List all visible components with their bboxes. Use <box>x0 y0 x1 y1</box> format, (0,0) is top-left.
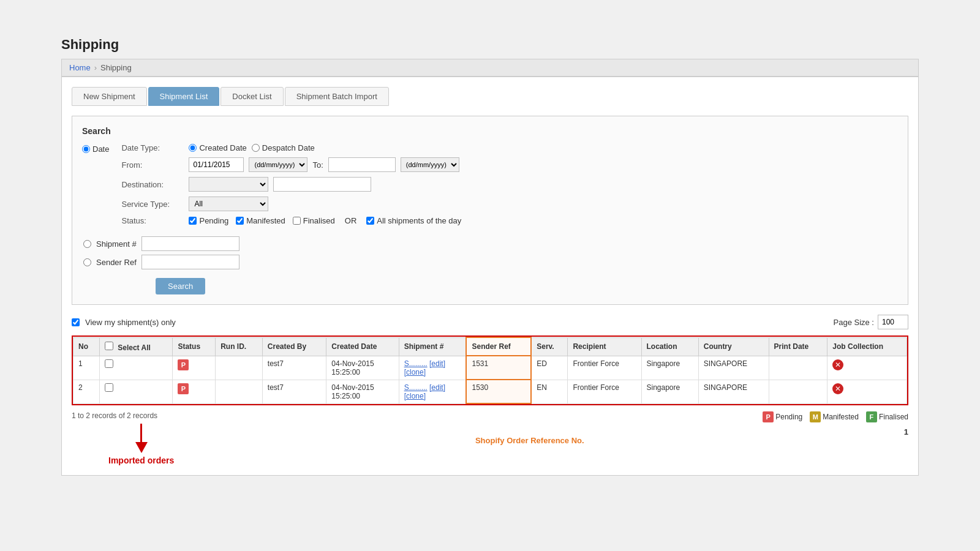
from-date-input[interactable] <box>189 157 244 172</box>
date-radio[interactable] <box>82 145 90 153</box>
col-serv: Serv. <box>531 337 568 356</box>
despatch-date-radio[interactable] <box>252 144 260 152</box>
legend: P Pending M Manifested F Finalised <box>763 411 908 422</box>
cell-checkbox-2[interactable] <box>99 380 172 403</box>
radio-group: Date <box>82 143 109 154</box>
from-label: From: <box>121 160 189 170</box>
page-num: 1 <box>904 427 908 437</box>
view-option-row: View my shipment(s) only Page Size : <box>72 315 908 329</box>
shipment-num-row: Shipment # <box>82 236 898 251</box>
shipment-link-2[interactable]: S......... <box>404 383 428 392</box>
service-type-select[interactable]: All <box>189 197 268 211</box>
status-pending-checkbox[interactable] <box>189 217 197 225</box>
shipment-num-label: Shipment # <box>96 239 137 249</box>
date-radio-label[interactable]: Date <box>82 144 109 154</box>
col-no: No <box>74 337 100 356</box>
sender-ref-label: Sender Ref <box>96 258 137 267</box>
cell-no: 1 <box>74 356 100 380</box>
shipment-table: No Select All Status Run ID. Created By … <box>73 337 907 404</box>
cell-country-2: SINGAPORE <box>698 380 769 403</box>
legend-finalised: F Finalised <box>866 411 908 422</box>
status-all-checkbox[interactable] <box>366 217 374 225</box>
cell-shipment-num: S......... [edit] [clone] <box>399 356 466 380</box>
edit-link-2[interactable]: [edit] <box>429 383 445 392</box>
cell-country-1: SINGAPORE <box>698 356 769 380</box>
arrow-down-icon <box>135 442 148 453</box>
main-panel: New Shipment Shipment List Docket List S… <box>61 77 919 476</box>
edit-link-1[interactable]: [edit] <box>429 359 445 368</box>
breadcrumb-shipping: Shipping <box>100 63 132 72</box>
date-type-label: Date Type: <box>121 143 189 152</box>
cell-sender-ref-1: 1531 <box>466 356 531 380</box>
clone-link-2[interactable]: [clone] <box>404 392 426 400</box>
col-location: Location <box>641 337 698 356</box>
cell-job-collection-1: ✕ <box>827 356 907 380</box>
cell-shipment-num-2: S......... [edit] [clone] <box>399 380 466 403</box>
shipment-num-input[interactable] <box>141 236 239 251</box>
cell-created-by: test7 <box>262 356 326 380</box>
destination-label: Destination: <box>121 180 189 189</box>
status-finalised-checkbox[interactable] <box>293 217 301 225</box>
from-date-format-select[interactable]: (dd/mm/yyyy) <box>249 157 307 172</box>
records-info: 1 to 2 records of 2 records <box>72 411 174 420</box>
status-finalised-label: Finalised <box>303 216 335 225</box>
sender-ref-radio[interactable] <box>83 258 91 266</box>
destination-text-input[interactable] <box>273 177 371 192</box>
cell-sender-ref-2: 1530 <box>466 380 531 403</box>
cell-created-by-2: test7 <box>262 380 326 403</box>
shipment-link-1[interactable]: S......... <box>404 359 428 368</box>
remove-btn-2[interactable]: ✕ <box>832 383 843 394</box>
cell-run-id <box>216 356 263 380</box>
search-button[interactable]: Search <box>156 278 205 294</box>
cell-print-date-2 <box>769 380 827 403</box>
breadcrumb-home[interactable]: Home <box>69 63 91 72</box>
select-all-checkbox[interactable] <box>105 342 113 350</box>
cell-created-date-2: 04-Nov-201515:25:00 <box>326 380 399 403</box>
cell-location-2: Singapore <box>641 380 698 403</box>
sender-ref-input[interactable] <box>141 255 239 269</box>
row2-checkbox[interactable] <box>105 383 113 392</box>
to-date-input[interactable] <box>328 157 396 172</box>
cell-serv-1: ED <box>531 356 568 380</box>
legend-finalised-label: Finalised <box>879 413 908 421</box>
status-label: Status: <box>121 216 189 225</box>
remove-btn-1[interactable]: ✕ <box>832 359 843 370</box>
col-shipment-num: Shipment # <box>399 337 466 356</box>
page-size-input[interactable] <box>878 315 908 329</box>
cell-job-collection-2: ✕ <box>827 380 907 403</box>
destination-select[interactable] <box>189 177 268 192</box>
col-job-collection: Job Collection <box>827 337 907 356</box>
table-row: 2 P test7 04-Nov-201515:25:00 S.........… <box>74 380 907 403</box>
highlighted-table-container: No Select All Status Run ID. Created By … <box>72 335 908 405</box>
table-row: 1 P test7 04-Nov-201515:25:00 S.........… <box>74 356 907 380</box>
legend-pending: P Pending <box>763 411 802 422</box>
to-date-format-select[interactable]: (dd/mm/yyyy) <box>401 157 459 172</box>
tab-shipment-list[interactable]: Shipment List <box>148 87 220 106</box>
despatch-date-label: Despatch Date <box>262 143 315 152</box>
cell-checkbox[interactable] <box>99 356 172 380</box>
sender-ref-row: Sender Ref <box>82 255 898 269</box>
footer-left: 1 to 2 records of 2 records Imported ord… <box>72 411 174 465</box>
col-status: Status <box>173 337 216 356</box>
cell-location-1: Singapore <box>641 356 698 380</box>
cell-status: P <box>173 356 216 380</box>
tab-bar: New Shipment Shipment List Docket List S… <box>72 87 908 106</box>
tab-new-shipment[interactable]: New Shipment <box>72 87 147 106</box>
col-created-by: Created By <box>262 337 326 356</box>
arrow-stem <box>140 424 142 442</box>
tab-shipment-batch-import[interactable]: Shipment Batch Import <box>285 87 389 106</box>
footer-area: 1 to 2 records of 2 records Imported ord… <box>72 411 908 465</box>
legend-pending-label: Pending <box>775 413 802 421</box>
row1-checkbox[interactable] <box>105 359 113 368</box>
tab-docket-list[interactable]: Docket List <box>221 87 283 106</box>
legend-finalised-badge: F <box>866 411 877 422</box>
view-my-shipments-checkbox[interactable] <box>72 318 80 326</box>
col-select-all[interactable]: Select All <box>99 337 172 356</box>
clone-link-1[interactable]: [clone] <box>404 368 426 377</box>
status-manifested-checkbox[interactable] <box>236 217 244 225</box>
shipment-num-radio[interactable] <box>83 240 91 248</box>
legend-manifested-badge: M <box>810 411 821 422</box>
created-date-radio[interactable] <box>189 144 197 152</box>
page-size-label: Page Size : <box>834 318 875 327</box>
cell-status-2: P <box>173 380 216 403</box>
